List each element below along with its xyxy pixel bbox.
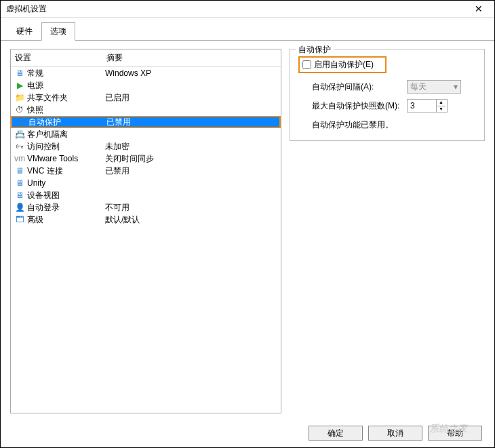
item-name: 高级 bbox=[26, 214, 105, 226]
list-item-设备视图[interactable]: 🖥设备视图 bbox=[11, 189, 281, 201]
spin-up-icon[interactable]: ▲ bbox=[437, 100, 446, 106]
close-icon[interactable]: ✕ bbox=[469, 3, 489, 14]
item-icon: 👤 bbox=[14, 203, 26, 212]
item-name: VNC 连接 bbox=[26, 165, 105, 177]
item-name: 自动登录 bbox=[26, 202, 105, 213]
autoprotect-group: 自动保护 启用自动保护(E) 自动保护间隔(A): 每天 ▾ 最大自动保护快照数… bbox=[290, 49, 485, 141]
max-snapshots-spinner[interactable]: ▲ ▼ bbox=[407, 99, 448, 113]
item-icon: 🖥 bbox=[14, 68, 26, 78]
col-summary: 摘要 bbox=[106, 52, 277, 64]
enable-label: 启用自动保护(E) bbox=[314, 59, 374, 70]
item-name: Unity bbox=[26, 178, 105, 188]
item-summary: Windows XP bbox=[105, 68, 278, 78]
list-item-客户机隔离[interactable]: 📇客户机隔离 bbox=[11, 128, 281, 140]
item-summary: 已禁用 bbox=[106, 117, 277, 128]
max-snapshots-input[interactable] bbox=[408, 100, 436, 112]
item-icon: 📁 bbox=[14, 93, 26, 102]
interval-select[interactable]: 每天 ▾ bbox=[407, 80, 461, 94]
item-icon: 🖥 bbox=[14, 166, 26, 176]
item-name: 共享文件夹 bbox=[26, 92, 105, 104]
item-icon: ◉ bbox=[15, 117, 27, 127]
tabs: 硬件 选项 bbox=[1, 18, 494, 41]
enable-checkbox-input[interactable] bbox=[302, 60, 311, 69]
help-button[interactable]: 帮助 bbox=[428, 426, 482, 441]
chevron-down-icon: ▾ bbox=[454, 82, 458, 91]
status-text: 自动保护功能已禁用。 bbox=[312, 119, 476, 131]
item-icon: ⏱ bbox=[14, 105, 26, 115]
list-item-共享文件夹[interactable]: 📁共享文件夹已启用 bbox=[11, 91, 281, 104]
item-summary: 已禁用 bbox=[105, 165, 278, 177]
spin-down-icon[interactable]: ▼ bbox=[437, 106, 446, 113]
list-item-常规[interactable]: 🖥常规Windows XP bbox=[11, 67, 281, 79]
list-header: 设置 摘要 bbox=[11, 49, 281, 67]
item-icon: 🗔 bbox=[14, 215, 26, 224]
item-icon: 🗝 bbox=[14, 142, 26, 151]
interval-label: 自动保护间隔(A): bbox=[312, 81, 407, 93]
tab-options[interactable]: 选项 bbox=[41, 22, 75, 41]
item-icon: 📇 bbox=[14, 129, 26, 139]
item-summary: 默认/默认 bbox=[105, 214, 278, 226]
item-name: 访问控制 bbox=[26, 141, 105, 152]
interval-value: 每天 bbox=[410, 81, 427, 93]
item-name: VMware Tools bbox=[26, 154, 105, 163]
ok-button[interactable]: 确定 bbox=[309, 426, 363, 441]
item-summary: 关闭时间同步 bbox=[105, 153, 278, 165]
item-icon: vm bbox=[14, 154, 26, 163]
list-item-VNC 连接[interactable]: 🖥VNC 连接已禁用 bbox=[11, 165, 281, 177]
item-summary: 不可用 bbox=[105, 202, 278, 213]
max-snapshots-label: 最大自动保护快照数(M): bbox=[312, 100, 407, 112]
col-name: 设置 bbox=[15, 52, 106, 64]
item-icon: 🖥 bbox=[14, 190, 26, 200]
group-title: 自动保护 bbox=[296, 44, 334, 56]
list-item-快照[interactable]: ⏱快照 bbox=[11, 104, 281, 116]
item-name: 电源 bbox=[26, 80, 105, 91]
list-item-VMware Tools[interactable]: vmVMware Tools关闭时间同步 bbox=[11, 152, 281, 165]
tab-hardware[interactable]: 硬件 bbox=[7, 22, 41, 41]
item-name: 快照 bbox=[26, 104, 105, 116]
item-name: 设备视图 bbox=[26, 190, 105, 201]
item-name: 客户机隔离 bbox=[26, 129, 105, 140]
item-icon: ▶ bbox=[14, 81, 26, 90]
list-item-自动登录[interactable]: 👤自动登录不可用 bbox=[11, 201, 281, 213]
window-title: 虚拟机设置 bbox=[6, 3, 469, 15]
settings-list: 设置 摘要 🖥常规Windows XP▶电源📁共享文件夹已启用⏱快照◉自动保护已… bbox=[10, 49, 281, 413]
item-name: 常规 bbox=[26, 68, 105, 79]
item-summary: 未加密 bbox=[105, 141, 278, 152]
item-icon: 🖥 bbox=[14, 178, 26, 188]
cancel-button[interactable]: 取消 bbox=[368, 426, 422, 441]
enable-autoprotect-checkbox[interactable]: 启用自动保护(E) bbox=[298, 56, 387, 73]
list-item-电源[interactable]: ▶电源 bbox=[11, 79, 281, 91]
list-item-Unity[interactable]: 🖥Unity bbox=[11, 177, 281, 189]
item-summary: 已启用 bbox=[105, 92, 278, 104]
list-item-访问控制[interactable]: 🗝访问控制未加密 bbox=[11, 140, 281, 152]
list-item-自动保护[interactable]: ◉自动保护已禁用 bbox=[11, 116, 281, 128]
item-name: 自动保护 bbox=[27, 117, 106, 128]
list-item-高级[interactable]: 🗔高级默认/默认 bbox=[11, 213, 281, 226]
